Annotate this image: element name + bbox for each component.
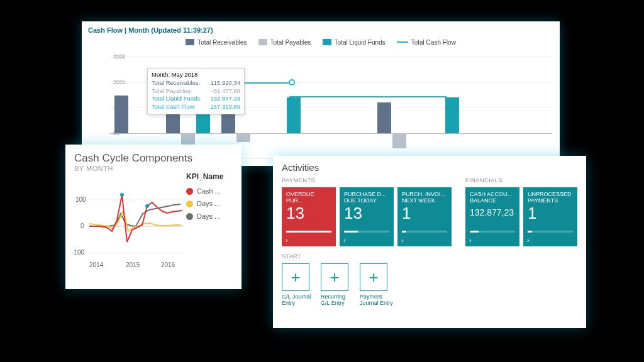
legend-days2[interactable]: Days ... — [186, 212, 235, 220]
group-label-financials: FINANCIALS — [465, 177, 577, 184]
swatch-payables — [258, 39, 267, 45]
tile-overdue-purchase-documents[interactable]: OVERDUE PUR... DOCUMENTS 13 › — [282, 187, 336, 246]
ytick: 100 — [75, 196, 86, 203]
start-tile-payment[interactable]: + — [360, 263, 387, 291]
start-tile-recurring[interactable]: + — [321, 263, 348, 291]
cashflow-plot[interactable]: 300k 200k 100k 0k -100k — [109, 57, 552, 158]
swatch-liquid — [323, 39, 331, 45]
tile-purchase-invoice-next-week[interactable]: PURCH. INVOI... NEXT WEEK 1 › — [397, 187, 452, 246]
bar-payables — [236, 133, 250, 143]
cashflow-tooltip: Month: May 2018 Total Receivables:115.92… — [147, 68, 245, 114]
cashflow-marker — [289, 79, 295, 85]
dot-icon — [186, 200, 193, 207]
legend-receivables[interactable]: Total Receivables — [186, 39, 247, 46]
ytick: 0 — [80, 222, 84, 229]
cashflow-title: Cash Flow | Month (Updated 11:39:27) — [82, 21, 560, 36]
start-gl-journal: + G/L Journal Entry — [282, 263, 316, 307]
plus-icon: + — [330, 268, 339, 287]
group-payments: PAYMENTS OVERDUE PUR... DOCUMENTS 13 › P… — [282, 175, 457, 307]
cf-month — [374, 57, 426, 158]
swatch-cashflow — [397, 41, 408, 43]
xtick: 2015 — [126, 261, 140, 268]
ytick: -100 — [72, 249, 84, 256]
svg-point-4 — [145, 204, 149, 208]
legend-cashflow[interactable]: Total Cash Flow — [397, 39, 456, 46]
start-caption[interactable]: Payment Journal Entry — [360, 293, 394, 307]
cash-cycle-card: Cash Cycle Components BY MONTH 100 0 -10… — [65, 145, 242, 289]
tile-cash-account-balance[interactable]: CASH ACCOU... BALANCE 132.877,23 › — [465, 187, 519, 246]
cycle-legend: KPI_Name Cash ... Days ... Days ... — [186, 172, 235, 225]
cf-month — [426, 57, 479, 158]
start-tile-gl[interactable]: + — [282, 263, 309, 291]
group-financials: FINANCIALS CASH ACCOU... BALANCE 132.877… — [465, 175, 577, 307]
cf-month — [268, 57, 321, 158]
chevron-right-icon: › — [401, 236, 404, 244]
cashflow-line-seg — [289, 96, 447, 97]
cycle-title: Cash Cycle Components — [65, 145, 242, 165]
activities-card: Activities PAYMENTS OVERDUE PUR... DOCUM… — [273, 156, 586, 328]
dot-icon — [186, 213, 193, 220]
chevron-right-icon: › — [286, 236, 288, 244]
cashflow-legend: Total Receivables Total Payables Total L… — [82, 36, 560, 48]
legend-days1[interactable]: Days ... — [186, 200, 235, 207]
plus-icon: + — [369, 268, 378, 287]
dot-icon — [186, 188, 193, 195]
svg-point-3 — [120, 193, 124, 197]
plus-icon: + — [291, 268, 300, 287]
bar-receivables — [114, 96, 128, 133]
chevron-right-icon: › — [469, 236, 472, 244]
bar-liquid — [445, 97, 459, 133]
tt-month: Month: May 2018 — [152, 71, 197, 79]
cashflow-line-seg — [239, 82, 289, 84]
bar-receivables — [377, 102, 391, 133]
legend-liquid[interactable]: Total Liquid Funds — [323, 39, 386, 46]
start-caption[interactable]: Recurring G/L Entry — [321, 293, 355, 307]
group-label-payments: PAYMENTS — [282, 177, 457, 184]
cycle-plot[interactable]: 100 0 -100 2014 2015 2016 — [77, 182, 184, 270]
start-payment-journal: + Payment Journal Entry — [360, 263, 394, 307]
legend-payables[interactable]: Total Payables — [258, 39, 311, 46]
tile-purchase-due-today[interactable]: PURCHASE D... DUE TODAY 13 › — [340, 187, 394, 246]
bar-payables — [392, 133, 406, 148]
chevron-right-icon: › — [343, 236, 346, 244]
activities-title: Activities — [282, 162, 577, 173]
bar-liquid — [287, 97, 301, 133]
xtick: 2014 — [89, 261, 103, 268]
cycle-svg — [77, 182, 184, 270]
start-recurring-gl: + Recurring G/L Entry — [321, 263, 355, 307]
chevron-right-icon: › — [527, 236, 530, 244]
tile-unprocessed-payments[interactable]: UNPROCESSED PAYMENTS 1 › — [523, 187, 577, 246]
cycle-legend-title: KPI_Name — [186, 172, 235, 181]
xtick: 2016 — [161, 261, 175, 268]
swatch-receivables — [186, 39, 194, 45]
legend-cash[interactable]: Cash ... — [186, 187, 235, 195]
group-label-start: START — [282, 253, 457, 260]
start-caption[interactable]: G/L Journal Entry — [282, 293, 316, 307]
